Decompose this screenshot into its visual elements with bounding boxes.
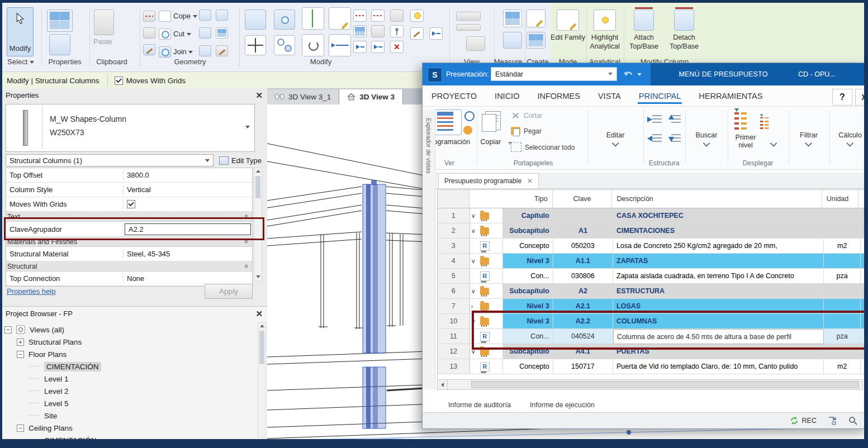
- cell-unidad[interactable]: [824, 344, 861, 359]
- group-label-select[interactable]: Select: [7, 58, 34, 66]
- measure-along-icon[interactable]: [456, 24, 481, 31]
- chevron-down-icon[interactable]: [637, 73, 642, 76]
- connector-grid-icon[interactable]: [216, 27, 228, 39]
- paste-label[interactable]: Paste: [93, 37, 112, 46]
- tree-item-level-2[interactable]: Level 2: [29, 385, 69, 397]
- array-icon[interactable]: [353, 25, 367, 37]
- header-unidad[interactable]: Unidad: [822, 190, 858, 208]
- cell-unidad[interactable]: [824, 284, 861, 299]
- cell-tipo[interactable]: Nivel 3: [503, 314, 553, 329]
- beam-level-icon[interactable]: [199, 27, 211, 39]
- budget-titlebar[interactable]: S Presentación: Estándar MENÚ DE PRESUPU…: [423, 63, 867, 85]
- beam-attach-icon[interactable]: [199, 9, 211, 21]
- tree-item-cimentaci-n[interactable]: CIMENTACIÓN: [29, 360, 101, 373]
- cell-unidad[interactable]: [824, 208, 861, 223]
- wall-box-icon[interactable]: [216, 9, 228, 21]
- type-selector[interactable]: M_W Shapes-Column W250X73: [6, 104, 255, 152]
- budget-row-2[interactable]: 2∨SubcapítuloA1CIMENTACIONES: [438, 223, 867, 239]
- budget-row-5[interactable]: 5RCon...030806Zapata aislada cuadrada, e…: [438, 269, 867, 284]
- lightbulb-icon[interactable]: [410, 9, 424, 22]
- view-tab-3d-view-3[interactable]: 3D View 3: [339, 89, 403, 104]
- dimension-icon[interactable]: [466, 36, 485, 51]
- help-button[interactable]: ?: [832, 89, 852, 106]
- pegar-button[interactable]: Pegar: [511, 127, 542, 135]
- halftone-icon[interactable]: [429, 27, 443, 40]
- cell-clave[interactable]: A4.1: [553, 344, 613, 359]
- pin-icon[interactable]: [390, 25, 404, 37]
- menu-tab-informes[interactable]: INFORMES: [536, 87, 581, 105]
- property-group-header[interactable]: Materials and Finishes«: [6, 237, 252, 247]
- cell-clave[interactable]: [553, 208, 613, 223]
- property-row[interactable]: Top Offset3800.0: [6, 168, 252, 183]
- budget-row-13[interactable]: 13RConcepto150717Puerta de Vid rio templ…: [438, 359, 867, 374]
- cell-unidad[interactable]: pza: [824, 329, 861, 344]
- cell-tipo[interactable]: Subcapítulo: [503, 223, 553, 239]
- menu-tab-proyecto[interactable]: PROYECTO: [430, 87, 478, 105]
- create-group-icon[interactable]: [503, 9, 522, 27]
- expanded-icon[interactable]: ∨: [471, 212, 478, 220]
- scroll-left-icon[interactable]: [438, 380, 448, 389]
- cell-descripcion[interactable]: Columna de acero de 4.50 mts de altura a…: [613, 329, 824, 344]
- cell-tipo[interactable]: Subcapítulo: [503, 344, 553, 359]
- property-group-header[interactable]: Structural«: [6, 261, 252, 271]
- filtrar-button[interactable]: Filtrar: [800, 131, 818, 146]
- cell-tipo[interactable]: Nivel 3: [503, 299, 553, 314]
- expanded-icon[interactable]: ∨: [471, 318, 478, 325]
- property-value[interactable]: None: [124, 274, 252, 283]
- multi-align-icon[interactable]: [371, 41, 385, 53]
- attach-top-base-icon[interactable]: [634, 9, 654, 31]
- horizontal-scrollbar[interactable]: [437, 379, 863, 390]
- cell-tipo[interactable]: Subcapítulo: [503, 284, 553, 299]
- tree-item-level-1[interactable]: Level 1: [29, 373, 69, 385]
- collapsed-icon[interactable]: ›: [471, 303, 478, 309]
- collapse-icon[interactable]: «: [243, 264, 251, 268]
- property-value-input[interactable]: A2.2: [125, 223, 251, 235]
- align-icon[interactable]: [329, 34, 351, 56]
- properties-help-link[interactable]: Properties help: [7, 287, 55, 296]
- cope-icon[interactable]: [159, 11, 171, 22]
- budget-row-3[interactable]: 3RConcepto050203Losa de Concreto 250 Kg/…: [438, 239, 867, 254]
- document-tab[interactable]: Presupuesto programable ✕: [438, 173, 539, 188]
- cell-descripcion[interactable]: Losa de Concreto 250 Kg/cm2 agregado de …: [613, 239, 824, 254]
- cell-clave[interactable]: A1.1: [553, 254, 613, 269]
- properties-palette-icon[interactable]: [47, 9, 73, 32]
- cell-descripcion[interactable]: COLUMNAS: [613, 314, 824, 329]
- numbered-levels-button[interactable]: [771, 139, 776, 146]
- detach-top-base-icon[interactable]: [674, 9, 694, 31]
- seleccionar-todo-button[interactable]: Seleccionar todo: [511, 142, 575, 152]
- offset-icon[interactable]: [353, 41, 367, 53]
- match-type-icon[interactable]: [143, 44, 155, 55]
- tree-item-site[interactable]: Site: [29, 409, 57, 422]
- search-icon[interactable]: [848, 416, 857, 425]
- footer-tab-informe-de-ejecuci-n[interactable]: Informe de ejecución: [530, 401, 595, 409]
- trim-edit-icon[interactable]: [329, 7, 351, 30]
- scroll-thumb[interactable]: [471, 381, 859, 388]
- expanded-icon[interactable]: ∨: [471, 258, 478, 265]
- detach-top-base-button[interactable]: Detach Top/Base: [663, 33, 705, 51]
- create-similar-icon[interactable]: [527, 9, 546, 27]
- cortar-button[interactable]: Cortar: [511, 111, 542, 120]
- footer-tab-informe-de-auditor-a[interactable]: Informe de auditoría: [448, 401, 511, 409]
- cell-descripcion[interactable]: CIMENTACIONES: [613, 223, 824, 239]
- move-up-icon[interactable]: [666, 113, 681, 125]
- trim-extend-icon[interactable]: [302, 7, 324, 30]
- cut-clipboard-icon[interactable]: [143, 11, 155, 22]
- cell-descripcion[interactable]: Zapata aislada cuadrada, en terreno Tipo…: [613, 269, 824, 284]
- browser-scrollbar[interactable]: [258, 322, 266, 437]
- cut-geometry-icon[interactable]: [159, 28, 171, 40]
- fillet-icon[interactable]: [274, 9, 295, 30]
- move-down-icon[interactable]: [666, 132, 681, 144]
- tree-item-ceiling-plans[interactable]: Ceiling Plans: [17, 422, 73, 434]
- cell-unidad[interactable]: pza: [824, 269, 861, 284]
- programacion-icon[interactable]: [435, 109, 462, 135]
- view-tab-3d-view-3-1[interactable]: 3D View 3_1: [267, 89, 339, 104]
- editar-button[interactable]: Editar: [606, 131, 625, 146]
- header-tipo[interactable]: Tipo: [469, 190, 552, 208]
- join-geometry-icon[interactable]: [159, 46, 171, 58]
- buscar-button[interactable]: Buscar: [696, 131, 718, 146]
- cell-clave[interactable]: A1: [553, 223, 613, 239]
- property-value[interactable]: 3800.0: [124, 171, 252, 179]
- unjoin-icon[interactable]: [390, 9, 404, 22]
- category-selector[interactable]: Structural Columns (1): [6, 154, 214, 166]
- cell-tipo[interactable]: Nivel 3: [503, 254, 553, 269]
